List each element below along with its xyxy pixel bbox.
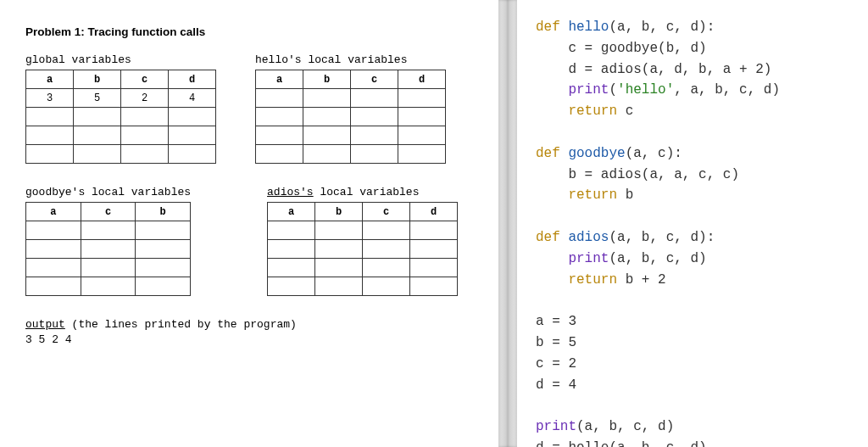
col-header: b [303, 70, 351, 89]
goodbye-table-block: goodbye's local variables a c b [25, 186, 191, 296]
table-row [256, 145, 446, 164]
col-header: a [256, 70, 303, 89]
col-header: d [169, 70, 216, 89]
table-row [26, 126, 216, 145]
output-lines: 3 5 2 4 [25, 333, 473, 346]
global-table-label: global variables [25, 53, 216, 66]
tables-row-2: goodbye's local variables a c b adios's … [25, 186, 473, 296]
page-divider [498, 0, 517, 447]
goodbye-table: a c b [25, 202, 191, 296]
problem-title: Problem 1: Tracing function calls [25, 25, 473, 38]
output-label: output (the lines printed by the program… [25, 318, 473, 331]
table-row [268, 240, 458, 259]
table-row [26, 108, 216, 126]
tables-row-1: global variables a b c d 3524 hello's lo… [25, 53, 473, 164]
adios-table: a b c d [267, 202, 458, 296]
code-pane: def hello(a, b, c, d): c = goodbye(b, d)… [517, 0, 868, 447]
col-header: d [410, 203, 458, 221]
col-header: c [363, 203, 410, 221]
hello-table: a b c d [255, 70, 446, 164]
table-row [256, 108, 446, 126]
table-row [256, 89, 446, 108]
hello-table-label: hello's local variables [255, 53, 446, 66]
col-header: a [268, 203, 315, 221]
goodbye-table-label: goodbye's local variables [25, 186, 191, 198]
col-header: b [315, 203, 363, 221]
col-header: c [351, 70, 398, 89]
global-table: a b c d 3524 [25, 70, 216, 164]
global-table-block: global variables a b c d 3524 [25, 53, 216, 164]
table-row: 3524 [26, 89, 216, 108]
hello-table-block: hello's local variables a b c d [255, 53, 446, 164]
table-row [26, 221, 191, 240]
col-header: a [26, 203, 81, 221]
col-header: d [398, 70, 446, 89]
worksheet-pane: Problem 1: Tracing function calls global… [0, 0, 498, 447]
col-header: c [81, 203, 136, 221]
table-row [26, 259, 191, 277]
table-row [268, 277, 458, 296]
col-header: a [26, 70, 74, 89]
col-header: b [74, 70, 121, 89]
table-row [26, 277, 191, 296]
table-row [26, 240, 191, 259]
table-row [26, 145, 216, 164]
table-row [256, 126, 446, 145]
col-header: c [121, 70, 169, 89]
adios-table-label: adios's local variables [267, 186, 458, 198]
col-header: b [136, 203, 191, 221]
table-row [268, 221, 458, 240]
table-row [268, 259, 458, 277]
adios-table-block: adios's local variables a b c d [267, 186, 458, 296]
